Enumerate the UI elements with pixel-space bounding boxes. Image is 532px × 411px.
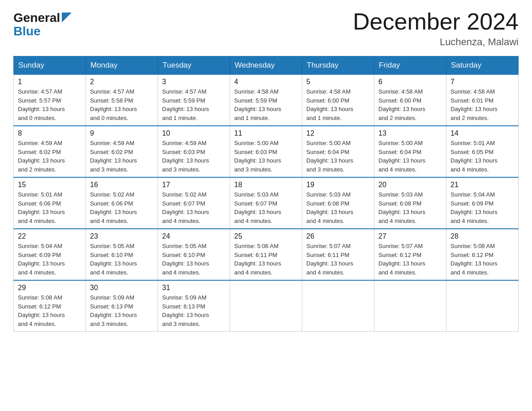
calendar-cell: 12 Sunrise: 5:00 AM Sunset: 6:04 PM Dayl… (302, 126, 374, 177)
day-info: Sunrise: 5:01 AM Sunset: 6:06 PM Dayligh… (18, 190, 82, 225)
day-info: Sunrise: 5:04 AM Sunset: 6:09 PM Dayligh… (18, 242, 82, 277)
day-number: 11 (234, 129, 298, 137)
calendar-week-row: 8 Sunrise: 4:59 AM Sunset: 6:02 PM Dayli… (14, 126, 519, 177)
logo-arrow-icon (62, 13, 72, 24)
calendar-cell: 10 Sunrise: 4:59 AM Sunset: 6:03 PM Dayl… (158, 126, 230, 177)
day-number: 27 (378, 232, 442, 240)
calendar-cell: 28 Sunrise: 5:08 AM Sunset: 6:12 PM Dayl… (446, 229, 519, 280)
day-number: 1 (18, 78, 82, 86)
calendar-header-friday: Friday (374, 56, 446, 74)
day-info: Sunrise: 5:08 AM Sunset: 6:12 PM Dayligh… (18, 293, 82, 328)
calendar-cell: 20 Sunrise: 5:03 AM Sunset: 6:08 PM Dayl… (374, 177, 446, 229)
day-info: Sunrise: 5:02 AM Sunset: 6:07 PM Dayligh… (162, 190, 226, 225)
calendar-header-row: SundayMondayTuesdayWednesdayThursdayFrid… (14, 56, 519, 74)
day-info: Sunrise: 5:07 AM Sunset: 6:11 PM Dayligh… (306, 242, 370, 277)
calendar-cell: 25 Sunrise: 5:06 AM Sunset: 6:11 PM Dayl… (230, 229, 302, 280)
calendar-cell: 21 Sunrise: 5:04 AM Sunset: 6:09 PM Dayl… (446, 177, 519, 229)
day-info: Sunrise: 5:02 AM Sunset: 6:06 PM Dayligh… (90, 190, 154, 225)
day-number: 29 (18, 284, 82, 292)
day-info: Sunrise: 5:07 AM Sunset: 6:12 PM Dayligh… (378, 242, 442, 277)
calendar-week-row: 1 Sunrise: 4:57 AM Sunset: 5:57 PM Dayli… (14, 74, 519, 126)
calendar-cell: 13 Sunrise: 5:00 AM Sunset: 6:04 PM Dayl… (374, 126, 446, 177)
day-info: Sunrise: 5:04 AM Sunset: 6:09 PM Dayligh… (450, 190, 514, 225)
day-number: 28 (450, 232, 514, 240)
day-number: 16 (90, 181, 154, 189)
svg-marker-0 (62, 13, 72, 22)
day-info: Sunrise: 4:58 AM Sunset: 5:59 PM Dayligh… (234, 87, 298, 122)
day-info: Sunrise: 4:57 AM Sunset: 5:58 PM Dayligh… (90, 87, 154, 122)
logo-blue-text: Blue (13, 24, 41, 38)
calendar-cell: 5 Sunrise: 4:58 AM Sunset: 6:00 PM Dayli… (302, 74, 374, 126)
day-info: Sunrise: 4:58 AM Sunset: 6:00 PM Dayligh… (378, 87, 442, 122)
calendar-cell (230, 280, 302, 332)
day-info: Sunrise: 5:09 AM Sunset: 6:13 PM Dayligh… (162, 293, 226, 328)
logo: General Blue (13, 11, 72, 39)
month-title: December 2024 (353, 9, 519, 34)
day-number: 19 (306, 181, 370, 189)
day-number: 23 (90, 232, 154, 240)
day-number: 7 (450, 78, 514, 86)
calendar-header-sunday: Sunday (14, 56, 86, 74)
day-number: 9 (90, 129, 154, 137)
day-info: Sunrise: 5:00 AM Sunset: 6:04 PM Dayligh… (306, 139, 370, 174)
calendar-cell: 8 Sunrise: 4:59 AM Sunset: 6:02 PM Dayli… (14, 126, 86, 177)
calendar-cell: 7 Sunrise: 4:58 AM Sunset: 6:01 PM Dayli… (446, 74, 519, 126)
day-info: Sunrise: 5:03 AM Sunset: 6:08 PM Dayligh… (378, 190, 442, 225)
day-info: Sunrise: 5:05 AM Sunset: 6:10 PM Dayligh… (90, 242, 154, 277)
day-info: Sunrise: 4:59 AM Sunset: 6:02 PM Dayligh… (18, 139, 82, 174)
day-number: 8 (18, 129, 82, 137)
day-number: 12 (306, 129, 370, 137)
calendar-cell: 19 Sunrise: 5:03 AM Sunset: 6:08 PM Dayl… (302, 177, 374, 229)
calendar-cell: 31 Sunrise: 5:09 AM Sunset: 6:13 PM Dayl… (158, 280, 230, 332)
day-info: Sunrise: 4:58 AM Sunset: 6:00 PM Dayligh… (306, 87, 370, 122)
day-number: 21 (450, 181, 514, 189)
day-number: 4 (234, 78, 298, 86)
calendar-cell: 17 Sunrise: 5:02 AM Sunset: 6:07 PM Dayl… (158, 177, 230, 229)
calendar-cell: 22 Sunrise: 5:04 AM Sunset: 6:09 PM Dayl… (14, 229, 86, 280)
day-info: Sunrise: 4:57 AM Sunset: 5:59 PM Dayligh… (162, 87, 226, 122)
calendar-cell: 6 Sunrise: 4:58 AM Sunset: 6:00 PM Dayli… (374, 74, 446, 126)
calendar-header-wednesday: Wednesday (230, 56, 302, 74)
title-area: December 2024 Luchenza, Malawi (353, 9, 519, 48)
calendar-cell: 9 Sunrise: 4:59 AM Sunset: 6:02 PM Dayli… (86, 126, 158, 177)
calendar-cell: 27 Sunrise: 5:07 AM Sunset: 6:12 PM Dayl… (374, 229, 446, 280)
calendar-cell: 14 Sunrise: 5:01 AM Sunset: 6:05 PM Dayl… (446, 126, 519, 177)
day-info: Sunrise: 5:06 AM Sunset: 6:11 PM Dayligh… (234, 242, 298, 277)
calendar-cell: 15 Sunrise: 5:01 AM Sunset: 6:06 PM Dayl… (14, 177, 86, 229)
calendar-cell: 18 Sunrise: 5:03 AM Sunset: 6:07 PM Dayl… (230, 177, 302, 229)
day-info: Sunrise: 5:09 AM Sunset: 6:13 PM Dayligh… (90, 293, 154, 328)
day-info: Sunrise: 5:08 AM Sunset: 6:12 PM Dayligh… (450, 242, 514, 277)
day-number: 25 (234, 232, 298, 240)
calendar-cell: 23 Sunrise: 5:05 AM Sunset: 6:10 PM Dayl… (86, 229, 158, 280)
calendar-cell (374, 280, 446, 332)
day-number: 13 (378, 129, 442, 137)
day-number: 17 (162, 181, 226, 189)
day-info: Sunrise: 5:05 AM Sunset: 6:10 PM Dayligh… (162, 242, 226, 277)
calendar-week-row: 15 Sunrise: 5:01 AM Sunset: 6:06 PM Dayl… (14, 177, 519, 229)
calendar-header-monday: Monday (86, 56, 158, 74)
day-number: 18 (234, 181, 298, 189)
calendar-cell: 30 Sunrise: 5:09 AM Sunset: 6:13 PM Dayl… (86, 280, 158, 332)
calendar-cell: 16 Sunrise: 5:02 AM Sunset: 6:06 PM Dayl… (86, 177, 158, 229)
calendar-cell: 1 Sunrise: 4:57 AM Sunset: 5:57 PM Dayli… (14, 74, 86, 126)
day-number: 26 (306, 232, 370, 240)
day-number: 15 (18, 181, 82, 189)
calendar-table: SundayMondayTuesdayWednesdayThursdayFrid… (13, 56, 519, 332)
day-number: 20 (378, 181, 442, 189)
day-number: 22 (18, 232, 82, 240)
calendar-week-row: 29 Sunrise: 5:08 AM Sunset: 6:12 PM Dayl… (14, 280, 519, 332)
location-title: Luchenza, Malawi (353, 36, 519, 48)
day-info: Sunrise: 5:03 AM Sunset: 6:08 PM Dayligh… (306, 190, 370, 225)
day-info: Sunrise: 5:01 AM Sunset: 6:05 PM Dayligh… (450, 139, 514, 174)
day-info: Sunrise: 4:59 AM Sunset: 6:02 PM Dayligh… (90, 139, 154, 174)
day-info: Sunrise: 5:03 AM Sunset: 6:07 PM Dayligh… (234, 190, 298, 225)
calendar-header-saturday: Saturday (446, 56, 519, 74)
logo-general-text: General (13, 11, 60, 25)
calendar-cell: 29 Sunrise: 5:08 AM Sunset: 6:12 PM Dayl… (14, 280, 86, 332)
calendar-cell: 3 Sunrise: 4:57 AM Sunset: 5:59 PM Dayli… (158, 74, 230, 126)
day-number: 24 (162, 232, 226, 240)
calendar-cell (446, 280, 519, 332)
day-info: Sunrise: 4:59 AM Sunset: 6:03 PM Dayligh… (162, 139, 226, 174)
calendar-week-row: 22 Sunrise: 5:04 AM Sunset: 6:09 PM Dayl… (14, 229, 519, 280)
day-number: 5 (306, 78, 370, 86)
